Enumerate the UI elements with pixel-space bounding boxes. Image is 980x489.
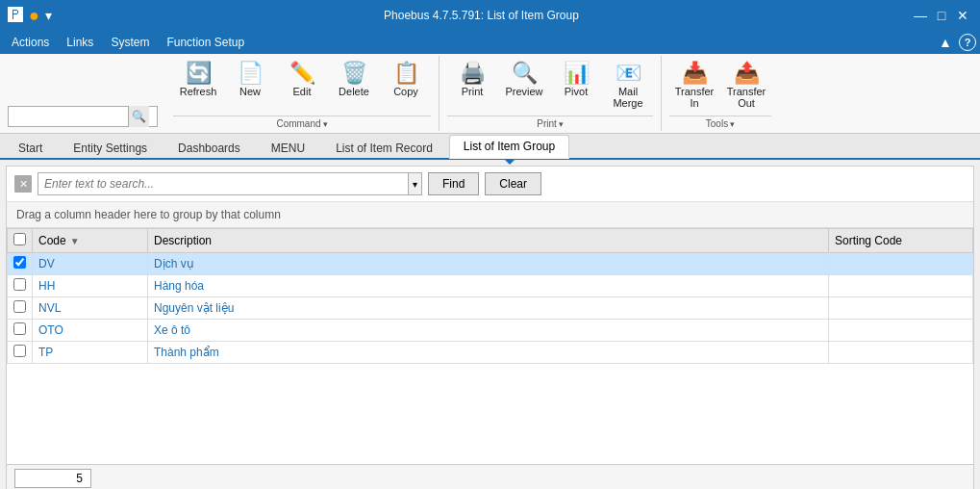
app-logo-icon: 🅿 <box>8 7 23 24</box>
table-row[interactable]: OTO Xe ô tô <box>8 320 973 342</box>
menu-function-setup[interactable]: Function Setup <box>159 34 252 51</box>
transfer-in-label: Transfer In <box>672 86 716 109</box>
col-header-sorting-code[interactable]: Sorting Code <box>829 229 973 253</box>
tools-expand-icon: ▾ <box>730 119 735 129</box>
edit-button[interactable]: ✏️ Edit <box>277 58 327 114</box>
search-input[interactable] <box>38 173 408 194</box>
table-footer: 5 <box>7 464 973 489</box>
row-code: OTO <box>33 320 148 342</box>
refresh-icon: 🔄 <box>186 63 212 84</box>
nav-tabs: Start Entity Settings Dashboards MENU Li… <box>0 134 980 160</box>
row-checkbox[interactable] <box>13 278 26 291</box>
row-checkbox[interactable] <box>13 256 26 269</box>
tab-entity-settings[interactable]: Entity Settings <box>59 137 162 159</box>
mail-merge-icon: 📧 <box>616 63 641 84</box>
delete-button[interactable]: 🗑️ Delete <box>329 58 379 114</box>
edit-label: Edit <box>293 86 312 97</box>
search-clear-x-button[interactable]: ✕ <box>14 175 32 193</box>
row-sorting-code <box>829 320 973 342</box>
toolbar-search-input[interactable] <box>9 107 124 126</box>
print-button[interactable]: 🖨️ Print <box>447 58 497 114</box>
pivot-icon: 📊 <box>564 63 590 84</box>
table-row[interactable]: HH Hàng hóa <box>8 275 973 297</box>
toolbar-search: 🔍 <box>8 106 158 127</box>
copy-label: Copy <box>393 86 418 97</box>
record-count: 5 <box>14 469 91 488</box>
toolbar: 🔍 🔄 Refresh 📄 New ✏️ Edit 🗑️ Delete 📋 <box>0 54 980 134</box>
close-button[interactable]: ✕ <box>953 6 972 25</box>
print-expand-icon: ▾ <box>559 119 564 129</box>
row-code: HH <box>33 275 148 297</box>
row-sorting-code <box>829 342 973 364</box>
row-checkbox[interactable] <box>13 345 26 357</box>
table-row[interactable]: DV Dịch vụ <box>8 253 973 275</box>
search-bar: ✕ ▾ Find Clear <box>7 167 973 202</box>
tab-dashboards[interactable]: Dashboards <box>163 137 255 159</box>
mail-merge-button[interactable]: 📧 Mail Merge <box>603 58 653 114</box>
toolbar-search-button[interactable]: 🔍 <box>128 106 149 127</box>
group-by-header: Drag a column header here to group by th… <box>7 202 973 228</box>
print-label: Print <box>462 86 484 97</box>
new-button[interactable]: 📄 New <box>225 58 275 114</box>
refresh-button[interactable]: 🔄 Refresh <box>173 58 223 114</box>
row-code: DV <box>33 253 148 275</box>
toolbar-command-group: 🔄 Refresh 📄 New ✏️ Edit 🗑️ Delete 📋 Copy… <box>165 56 440 131</box>
window-controls: — □ ✕ <box>911 6 972 25</box>
new-label: New <box>239 86 261 97</box>
table-body: DV Dịch vụ HH Hàng hóa NVL Nguyên vật li… <box>8 253 973 364</box>
row-checkbox-cell <box>8 253 33 275</box>
menu-bar: Actions Links System Function Setup ▲ ? <box>0 31 980 54</box>
search-dropdown-button[interactable]: ▾ <box>408 173 421 194</box>
row-description: Hàng hóa <box>148 275 829 297</box>
row-checkbox[interactable] <box>13 322 26 335</box>
tab-start[interactable]: Start <box>4 137 57 159</box>
row-description: Xe ô tô <box>148 320 829 342</box>
transfer-out-button[interactable]: 📤 Transfer Out <box>721 58 771 114</box>
window-title: Phoebus 4.7.5.791: List of Item Group <box>52 9 911 22</box>
col-header-code[interactable]: Code ▼ <box>33 229 148 253</box>
menu-system[interactable]: System <box>103 34 157 51</box>
table-row[interactable]: TP Thành phẩm <box>8 342 973 364</box>
tab-menu[interactable]: MENU <box>257 137 319 159</box>
new-icon: 📄 <box>238 63 264 84</box>
maximize-button[interactable]: □ <box>932 6 951 25</box>
code-sort-icon: ▼ <box>70 236 80 246</box>
preview-label: Preview <box>505 86 542 97</box>
command-group-label: Command ▾ <box>173 116 431 131</box>
copy-button[interactable]: 📋 Copy <box>381 58 431 114</box>
row-description: Nguyên vật liệu <box>148 297 829 320</box>
row-checkbox[interactable] <box>13 300 26 313</box>
menu-links[interactable]: Links <box>59 34 101 51</box>
refresh-label: Refresh <box>180 86 217 97</box>
app-logo-dot: ● <box>29 6 39 26</box>
print-group-label: Print ▾ <box>447 116 653 131</box>
title-bar-left: 🅿 ● ▾ <box>8 6 52 26</box>
table-row[interactable]: NVL Nguyên vật liệu <box>8 297 973 320</box>
pivot-button[interactable]: 📊 Pivot <box>551 58 601 114</box>
transfer-out-icon: 📤 <box>734 63 760 84</box>
tab-list-item-group[interactable]: List of Item Group <box>449 135 569 159</box>
title-bar-menu-icon: ▾ <box>45 8 52 23</box>
row-description: Thành phẩm <box>148 342 829 364</box>
col-header-check <box>8 229 33 253</box>
row-code: NVL <box>33 297 148 320</box>
tab-list-item-record[interactable]: List of Item Record <box>321 137 447 159</box>
col-header-description[interactable]: Description <box>148 229 829 253</box>
clear-button[interactable]: Clear <box>485 172 541 195</box>
row-checkbox-cell <box>8 342 33 364</box>
select-all-checkbox[interactable] <box>13 233 26 245</box>
menu-collapse-icon[interactable]: ▲ <box>936 33 955 52</box>
row-checkbox-cell <box>8 320 33 342</box>
print-buttons: 🖨️ Print 🔍 Preview 📊 Pivot 📧 Mail Merge <box>447 58 653 114</box>
transfer-in-button[interactable]: 📥 Transfer In <box>669 58 719 114</box>
minimize-button[interactable]: — <box>911 6 930 25</box>
item-group-table: Code ▼ Description Sorting Code <box>7 228 973 364</box>
preview-icon: 🔍 <box>512 63 538 84</box>
menu-help-icon[interactable]: ? <box>959 34 976 51</box>
row-description: Dịch vụ <box>148 253 829 275</box>
preview-button[interactable]: 🔍 Preview <box>499 58 549 114</box>
menu-actions[interactable]: Actions <box>4 34 57 51</box>
delete-icon: 🗑️ <box>341 63 367 84</box>
find-button[interactable]: Find <box>428 172 479 195</box>
copy-icon: 📋 <box>393 63 419 84</box>
